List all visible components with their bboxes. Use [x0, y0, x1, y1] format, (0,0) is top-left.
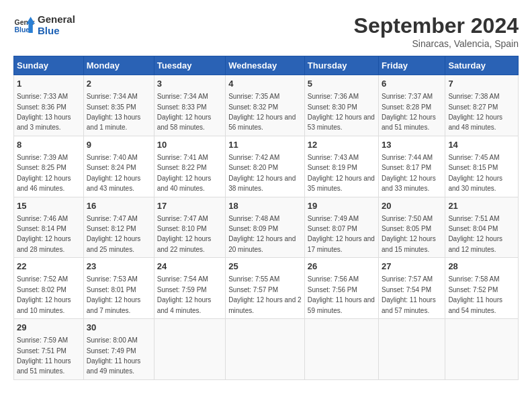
day-info: Sunrise: 7:54 AMSunset: 7:59 PMDaylight:…	[157, 275, 212, 314]
day-number: 9	[87, 139, 151, 151]
day-number: 19	[308, 200, 375, 212]
calendar-cell: 9 Sunrise: 7:40 AMSunset: 8:24 PMDayligh…	[83, 136, 154, 197]
day-info: Sunrise: 7:33 AMSunset: 8:36 PMDaylight:…	[17, 93, 71, 131]
day-info: Sunrise: 7:56 AMSunset: 7:56 PMDaylight:…	[308, 275, 375, 314]
day-info: Sunrise: 7:58 AMSunset: 7:52 PMDaylight:…	[448, 275, 502, 314]
day-number: 21	[448, 200, 515, 212]
col-thursday: Thursday	[304, 56, 378, 75]
day-info: Sunrise: 7:43 AMSunset: 8:19 PMDaylight:…	[308, 154, 375, 192]
calendar-cell: 24 Sunrise: 7:54 AMSunset: 7:59 PMDaylig…	[154, 258, 225, 319]
day-info: Sunrise: 7:53 AMSunset: 8:01 PMDaylight:…	[87, 275, 141, 314]
day-info: Sunrise: 7:47 AMSunset: 8:10 PMDaylight:…	[157, 215, 212, 253]
day-number: 14	[448, 139, 515, 151]
calendar-cell: 10 Sunrise: 7:41 AMSunset: 8:22 PMDaylig…	[154, 136, 225, 197]
day-info: Sunrise: 7:35 AMSunset: 8:32 PMDaylight:…	[228, 93, 296, 131]
day-number: 27	[382, 261, 442, 273]
day-info: Sunrise: 8:00 AMSunset: 7:49 PMDaylight:…	[87, 336, 141, 375]
day-number: 3	[157, 78, 222, 90]
location: Sinarcas, Valencia, Spain	[354, 38, 519, 49]
day-info: Sunrise: 7:46 AMSunset: 8:14 PMDaylight:…	[17, 215, 71, 253]
calendar-cell: 5 Sunrise: 7:36 AMSunset: 8:30 PMDayligh…	[304, 75, 378, 136]
logo-blue: Blue	[38, 25, 75, 36]
calendar-cell: 22 Sunrise: 7:52 AMSunset: 8:02 PMDaylig…	[14, 258, 84, 319]
calendar-cell: 21 Sunrise: 7:51 AMSunset: 8:04 PMDaylig…	[445, 197, 519, 258]
day-number: 2	[87, 78, 151, 90]
calendar-cell: 6 Sunrise: 7:37 AMSunset: 8:28 PMDayligh…	[379, 75, 445, 136]
header-row: Sunday Monday Tuesday Wednesday Thursday…	[14, 56, 519, 75]
calendar-cell: 2 Sunrise: 7:34 AMSunset: 8:35 PMDayligh…	[83, 75, 154, 136]
col-tuesday: Tuesday	[154, 56, 225, 75]
day-number: 12	[308, 139, 375, 151]
page-header: General Blue General Blue September 2024…	[13, 13, 519, 49]
calendar-cell: 18 Sunrise: 7:48 AMSunset: 8:09 PMDaylig…	[226, 197, 305, 258]
calendar-cell: 1 Sunrise: 7:33 AMSunset: 8:36 PMDayligh…	[14, 75, 84, 136]
day-info: Sunrise: 7:38 AMSunset: 8:27 PMDaylight:…	[448, 93, 502, 131]
day-number: 7	[448, 78, 515, 90]
calendar-cell: 4 Sunrise: 7:35 AMSunset: 8:32 PMDayligh…	[226, 75, 305, 136]
day-number: 13	[382, 139, 442, 151]
day-info: Sunrise: 7:44 AMSunset: 8:17 PMDaylight:…	[382, 154, 436, 192]
day-info: Sunrise: 7:47 AMSunset: 8:12 PMDaylight:…	[87, 215, 141, 253]
calendar-cell	[445, 319, 519, 380]
calendar-cell: 16 Sunrise: 7:47 AMSunset: 8:12 PMDaylig…	[83, 197, 154, 258]
day-info: Sunrise: 7:51 AMSunset: 8:04 PMDaylight:…	[448, 215, 502, 253]
day-number: 10	[157, 139, 222, 151]
calendar-cell: 20 Sunrise: 7:50 AMSunset: 8:05 PMDaylig…	[379, 197, 445, 258]
day-info: Sunrise: 7:40 AMSunset: 8:24 PMDaylight:…	[87, 154, 141, 192]
calendar-cell: 7 Sunrise: 7:38 AMSunset: 8:27 PMDayligh…	[445, 75, 519, 136]
day-number: 26	[308, 261, 375, 273]
calendar-cell	[154, 319, 225, 380]
col-sunday: Sunday	[14, 56, 84, 75]
day-info: Sunrise: 7:42 AMSunset: 8:20 PMDaylight:…	[228, 154, 296, 192]
day-number: 11	[228, 139, 302, 151]
calendar-cell: 11 Sunrise: 7:42 AMSunset: 8:20 PMDaylig…	[226, 136, 305, 197]
calendar-row-3: 15 Sunrise: 7:46 AMSunset: 8:14 PMDaylig…	[14, 197, 519, 258]
calendar-body: 1 Sunrise: 7:33 AMSunset: 8:36 PMDayligh…	[14, 75, 519, 380]
calendar-cell: 15 Sunrise: 7:46 AMSunset: 8:14 PMDaylig…	[14, 197, 84, 258]
day-info: Sunrise: 7:36 AMSunset: 8:30 PMDaylight:…	[308, 93, 375, 131]
calendar-cell: 27 Sunrise: 7:57 AMSunset: 7:54 PMDaylig…	[379, 258, 445, 319]
calendar-cell	[379, 319, 445, 380]
logo-icon: General Blue	[13, 14, 35, 36]
calendar-cell: 19 Sunrise: 7:49 AMSunset: 8:07 PMDaylig…	[304, 197, 378, 258]
day-number: 22	[17, 261, 81, 273]
day-number: 17	[157, 200, 222, 212]
day-info: Sunrise: 7:59 AMSunset: 7:51 PMDaylight:…	[17, 336, 71, 375]
calendar-cell: 8 Sunrise: 7:39 AMSunset: 8:25 PMDayligh…	[14, 136, 84, 197]
calendar-row-1: 1 Sunrise: 7:33 AMSunset: 8:36 PMDayligh…	[14, 75, 519, 136]
logo-general: General	[38, 13, 75, 25]
calendar-table: Sunday Monday Tuesday Wednesday Thursday…	[13, 56, 519, 380]
day-info: Sunrise: 7:37 AMSunset: 8:28 PMDaylight:…	[382, 93, 436, 131]
day-info: Sunrise: 7:45 AMSunset: 8:15 PMDaylight:…	[448, 154, 502, 192]
calendar-row-2: 8 Sunrise: 7:39 AMSunset: 8:25 PMDayligh…	[14, 136, 519, 197]
calendar-cell: 26 Sunrise: 7:56 AMSunset: 7:56 PMDaylig…	[304, 258, 378, 319]
day-number: 29	[17, 322, 81, 334]
calendar-cell: 12 Sunrise: 7:43 AMSunset: 8:19 PMDaylig…	[304, 136, 378, 197]
day-number: 24	[157, 261, 222, 273]
col-friday: Friday	[379, 56, 445, 75]
calendar-cell: 13 Sunrise: 7:44 AMSunset: 8:17 PMDaylig…	[379, 136, 445, 197]
day-number: 4	[228, 78, 302, 90]
day-number: 18	[228, 200, 302, 212]
day-number: 20	[382, 200, 442, 212]
day-info: Sunrise: 7:57 AMSunset: 7:54 PMDaylight:…	[382, 275, 436, 314]
day-info: Sunrise: 7:49 AMSunset: 8:07 PMDaylight:…	[308, 215, 375, 253]
day-number: 28	[448, 261, 515, 273]
calendar-cell: 29 Sunrise: 7:59 AMSunset: 7:51 PMDaylig…	[14, 319, 84, 380]
calendar-cell: 23 Sunrise: 7:53 AMSunset: 8:01 PMDaylig…	[83, 258, 154, 319]
day-info: Sunrise: 7:34 AMSunset: 8:35 PMDaylight:…	[87, 93, 141, 131]
day-info: Sunrise: 7:41 AMSunset: 8:22 PMDaylight:…	[157, 154, 212, 192]
day-info: Sunrise: 7:50 AMSunset: 8:05 PMDaylight:…	[382, 215, 436, 253]
day-number: 8	[17, 139, 81, 151]
day-number: 15	[17, 200, 81, 212]
day-number: 6	[382, 78, 442, 90]
calendar-cell	[304, 319, 378, 380]
day-number: 1	[17, 78, 81, 90]
calendar-cell: 28 Sunrise: 7:58 AMSunset: 7:52 PMDaylig…	[445, 258, 519, 319]
title-block: September 2024 Sinarcas, Valencia, Spain	[354, 13, 519, 49]
day-info: Sunrise: 7:52 AMSunset: 8:02 PMDaylight:…	[17, 275, 71, 314]
day-number: 16	[87, 200, 151, 212]
calendar-row-5: 29 Sunrise: 7:59 AMSunset: 7:51 PMDaylig…	[14, 319, 519, 380]
logo: General Blue General Blue	[13, 13, 75, 36]
col-wednesday: Wednesday	[226, 56, 305, 75]
